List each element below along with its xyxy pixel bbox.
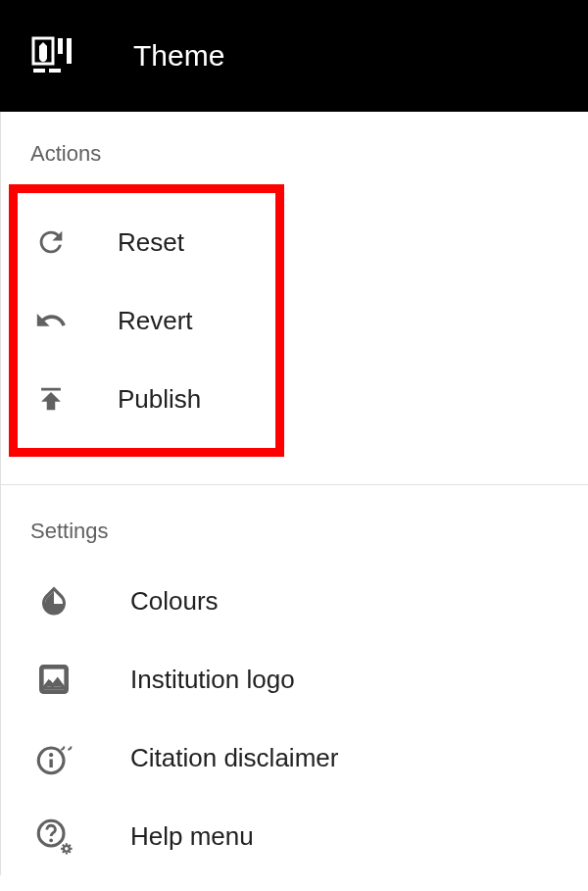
svg-rect-4 [49,69,61,73]
revert-label: Revert [118,306,193,336]
actions-highlight-box: Reset Revert Publish [9,184,284,457]
actions-heading: Actions [1,141,588,167]
revert-action[interactable]: Revert [18,281,275,360]
settings-heading: Settings [1,519,588,544]
svg-rect-2 [67,38,72,64]
settings-section: Settings Colours Institution logo [0,485,588,875]
citation-icon [34,738,74,777]
reset-icon [31,223,71,262]
svg-rect-8 [49,759,52,767]
help-menu-label: Help menu [130,821,254,852]
institution-logo-setting[interactable]: Institution logo [1,640,588,718]
theme-logo-icon [31,34,74,77]
citation-disclaimer-label: Citation disclaimer [130,743,338,773]
help-menu-setting[interactable]: Help menu [1,797,588,875]
revert-icon [31,301,71,340]
publish-icon [31,379,71,419]
reset-action[interactable]: Reset [18,203,275,281]
help-gear-icon [34,817,74,856]
svg-point-7 [49,753,53,757]
reset-label: Reset [118,227,184,258]
svg-point-10 [49,838,53,842]
colours-icon [34,581,74,620]
app-header: Theme [0,0,588,112]
image-icon [34,660,74,699]
actions-section: Actions Reset Revert Publ [0,112,588,485]
svg-rect-3 [33,69,45,73]
svg-point-11 [64,846,70,852]
svg-rect-1 [58,38,63,54]
colours-setting[interactable]: Colours [1,562,588,640]
publish-label: Publish [118,384,201,415]
publish-action[interactable]: Publish [18,360,275,438]
colours-label: Colours [130,586,219,617]
page-title: Theme [133,39,224,73]
citation-disclaimer-setting[interactable]: Citation disclaimer [1,718,588,797]
institution-logo-label: Institution logo [130,665,295,695]
